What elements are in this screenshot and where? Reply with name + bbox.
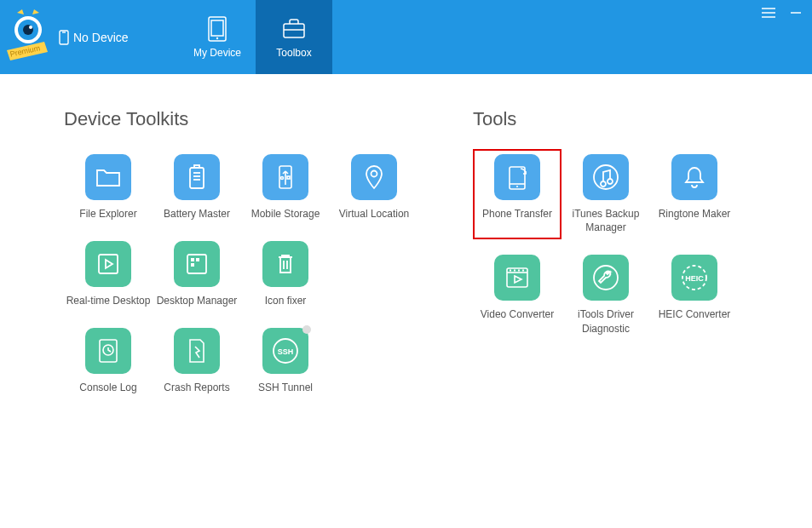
- svg-rect-25: [99, 255, 118, 273]
- folder-icon: [85, 154, 131, 200]
- section-title-tools: Tools: [473, 108, 763, 130]
- tile-ringtone-maker[interactable]: Ringtone Maker: [650, 154, 739, 234]
- grid-icon: [174, 241, 220, 287]
- tile-label: iTunes Backup Manager: [561, 207, 650, 234]
- tile-label: Video Converter: [481, 307, 555, 321]
- tile-ssh-tunnel[interactable]: SSH SSH Tunnel: [241, 328, 330, 394]
- device-status: No Device: [58, 30, 129, 45]
- tools-section: Tools Phone Transfer iTunes Backup Manag…: [473, 108, 763, 416]
- play-icon: [85, 241, 131, 287]
- device-tab-icon: [204, 16, 230, 42]
- tile-console-log[interactable]: Console Log: [64, 328, 153, 394]
- clock-doc-icon: [85, 328, 131, 374]
- tile-file-explorer[interactable]: File Explorer: [64, 154, 153, 221]
- notification-dot: [302, 325, 311, 334]
- tile-heic-converter[interactable]: HEIC HEIC Converter: [650, 255, 739, 335]
- crash-doc-icon: [174, 328, 220, 374]
- tile-label: Battery Master: [164, 207, 230, 221]
- tile-itunes-backup[interactable]: iTunes Backup Manager: [561, 154, 650, 234]
- svg-point-38: [516, 186, 518, 187]
- tile-label: iTools Driver Diagnostic: [561, 307, 650, 335]
- tile-label: SSH Tunnel: [258, 381, 313, 394]
- tile-video-converter[interactable]: Video Converter: [473, 255, 561, 335]
- svg-rect-8: [211, 20, 223, 36]
- svg-rect-27: [191, 258, 194, 261]
- toolkits-grid: File Explorer Battery Master Mobile Stor…: [64, 154, 422, 416]
- tile-crash-reports[interactable]: Crash Reports: [153, 328, 241, 394]
- svg-rect-32: [100, 340, 117, 362]
- svg-rect-23: [287, 176, 290, 179]
- tile-icon-fixer[interactable]: Icon fixer: [241, 241, 330, 307]
- ssh-icon: SSH: [262, 328, 308, 374]
- window-controls: [761, 5, 803, 20]
- device-status-text: No Device: [73, 31, 129, 44]
- tab-label: My Device: [193, 47, 241, 59]
- section-title-toolkits: Device Toolkits: [64, 108, 422, 130]
- tile-phone-transfer[interactable]: Phone Transfer: [473, 149, 561, 239]
- svg-text:SSH: SSH: [278, 347, 294, 356]
- tile-label: Desktop Manager: [157, 294, 238, 307]
- toolbox-tab-icon: [281, 16, 307, 42]
- app-logo: Premium: [7, 8, 49, 67]
- svg-rect-26: [187, 255, 206, 273]
- device-toolkits-section: Device Toolkits File Explorer Battery Ma…: [64, 108, 422, 416]
- tile-label: Real-time Desktop: [66, 294, 151, 307]
- tile-driver-diagnostic[interactable]: iTools Driver Diagnostic: [561, 255, 650, 335]
- tile-label: HEIC Converter: [659, 307, 731, 321]
- wrench-icon: [583, 255, 629, 301]
- tile-label: File Explorer: [79, 207, 136, 221]
- tile-desktop-manager[interactable]: Desktop Manager: [153, 241, 241, 307]
- transfer-icon: [494, 154, 540, 200]
- svg-rect-16: [190, 168, 204, 188]
- battery-icon: [174, 154, 220, 200]
- svg-rect-42: [510, 270, 511, 272]
- location-icon: [351, 154, 397, 200]
- tile-mobile-storage[interactable]: Mobile Storage: [241, 154, 330, 221]
- svg-point-22: [281, 177, 284, 180]
- tab-my-device[interactable]: My Device: [179, 0, 256, 74]
- svg-rect-45: [522, 270, 524, 272]
- svg-rect-17: [194, 165, 199, 168]
- phone-icon: [58, 30, 70, 45]
- menu-button[interactable]: [761, 5, 776, 20]
- svg-text:HEIC: HEIC: [685, 274, 704, 283]
- main-content: Device Toolkits File Explorer Battery Ma…: [0, 74, 812, 433]
- bell-icon: [671, 154, 717, 200]
- tile-label: Console Log: [79, 381, 136, 394]
- svg-point-3: [29, 26, 32, 29]
- svg-point-24: [371, 171, 377, 177]
- tile-label: Phone Transfer: [482, 207, 552, 221]
- music-note-icon: [583, 154, 629, 200]
- film-icon: [494, 255, 540, 301]
- tab-label: Toolbox: [276, 47, 311, 59]
- svg-rect-29: [191, 263, 194, 267]
- top-tabs: My Device Toolbox: [179, 0, 332, 74]
- svg-point-9: [216, 37, 218, 38]
- tile-battery-master[interactable]: Battery Master: [153, 154, 241, 221]
- tile-label: Crash Reports: [164, 381, 229, 394]
- svg-rect-44: [518, 270, 520, 272]
- trash-icon: [262, 241, 308, 287]
- minimize-button[interactable]: [788, 5, 803, 20]
- tile-label: Virtual Location: [339, 207, 410, 221]
- logo-area: Premium No Device: [0, 0, 179, 74]
- tile-label: Ringtone Maker: [659, 207, 731, 221]
- tile-label: Icon fixer: [265, 294, 307, 307]
- tab-toolbox[interactable]: Toolbox: [256, 0, 332, 74]
- tile-virtual-location[interactable]: Virtual Location: [330, 154, 418, 221]
- app-header: Premium No Device My Device: [0, 0, 812, 74]
- usb-icon: [262, 154, 308, 200]
- svg-rect-43: [514, 270, 515, 272]
- svg-rect-10: [284, 24, 304, 37]
- tile-realtime-desktop[interactable]: Real-time Desktop: [64, 241, 153, 307]
- svg-rect-28: [196, 258, 199, 261]
- tile-label: Mobile Storage: [251, 207, 320, 221]
- heic-icon: HEIC: [671, 255, 717, 301]
- tools-grid: Phone Transfer iTunes Backup Manager Rin…: [473, 154, 763, 356]
